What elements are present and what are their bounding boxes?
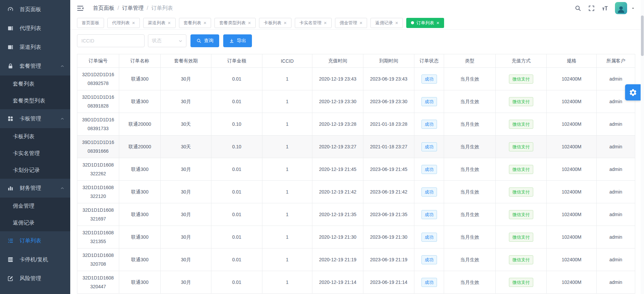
tab-home-panel[interactable]: 首页面板 bbox=[77, 18, 104, 28]
tab-bar: 首页面板 代理列表 × 渠道列表 × 套餐列表 × 套餐类型列表 × 卡板列表 … bbox=[70, 16, 644, 30]
sidebar-item-package-management[interactable]: 套餐管理 bbox=[0, 57, 70, 76]
sidebar-item-agent-list[interactable]: 代理列表 bbox=[0, 19, 70, 38]
close-icon[interactable]: × bbox=[395, 20, 398, 25]
sidebar-item-channel-list[interactable]: 渠道列表 bbox=[0, 38, 70, 57]
tab-card-realname-management[interactable]: 卡实名管理 × bbox=[295, 18, 332, 28]
search-icon[interactable] bbox=[574, 5, 582, 12]
fullscreen-icon[interactable] bbox=[588, 5, 595, 12]
orders-table: 订单编号订单名称套餐有效期订单金额ICCID充值时间到期时间订单状态类型充值方式… bbox=[77, 54, 635, 294]
table-row: 39D1D1D1D16 08391733联通2000030天0.1012020-… bbox=[77, 113, 635, 136]
tab-package-list[interactable]: 套餐列表 × bbox=[179, 18, 211, 28]
close-icon[interactable]: × bbox=[436, 20, 439, 25]
sidebar-subitem-label: 卡板列表 bbox=[13, 133, 34, 140]
cell-status: 成功 bbox=[414, 203, 444, 226]
close-icon[interactable]: × bbox=[248, 20, 251, 25]
cell-text: 联通300 bbox=[131, 76, 148, 82]
sidebar-subitem-rebate-record[interactable]: 返佣记录 bbox=[0, 214, 70, 231]
sidebar-item-risk-management[interactable]: 风险管理 bbox=[0, 269, 70, 288]
cell-customer: admin bbox=[597, 248, 635, 271]
cell-name: 联通300 bbox=[119, 203, 161, 226]
sidebar-item-card-board-management[interactable]: 卡板管理 bbox=[0, 109, 70, 128]
cell-order-no: 32D1D1D1608 322120 bbox=[77, 181, 119, 203]
dashboard-icon bbox=[7, 6, 14, 13]
font-size-icon[interactable] bbox=[601, 5, 609, 12]
sidebar-item-home-panel[interactable]: 首页面板 bbox=[0, 0, 70, 19]
cell-spec: 102400M bbox=[547, 90, 597, 113]
cell-text: 32D1D1D1608 322120 bbox=[82, 185, 114, 199]
tab-order-list[interactable]: 订单列表 × bbox=[406, 18, 444, 28]
cell-status: 成功 bbox=[414, 90, 444, 113]
cell-text: 2023-06-19 21:30 bbox=[370, 234, 408, 240]
scrollbar-thumb[interactable] bbox=[641, 16, 644, 56]
cell-iccid: 1 bbox=[262, 158, 312, 181]
tab-card-board-list[interactable]: 卡板列表 × bbox=[259, 18, 291, 28]
collapse-sidebar-icon[interactable] bbox=[76, 4, 84, 12]
tab-package-type-list[interactable]: 套餐类型列表 × bbox=[214, 18, 256, 28]
cell-text: 联通300 bbox=[131, 257, 148, 262]
cell-text: 1 bbox=[286, 121, 289, 127]
breadcrumb: 首页面板 / 订单管理 / 订单列表 bbox=[93, 5, 173, 12]
sidebar-subitem-commission-management[interactable]: 佣金管理 bbox=[0, 198, 70, 214]
user-avatar[interactable] bbox=[615, 2, 627, 14]
cell-iccid: 1 bbox=[262, 248, 312, 271]
cell-text: 32D1D1D1608 322262 bbox=[82, 162, 114, 176]
cell-recharge-time: 2020-12-19 21:30 bbox=[312, 226, 363, 248]
cell-amount: 0.10 bbox=[211, 113, 262, 136]
cell-amount: 0.10 bbox=[211, 136, 262, 158]
cell-text: admin bbox=[609, 257, 622, 262]
table-row: 39D1D1D1D16 08391666联通2000030天0.1012020-… bbox=[77, 136, 635, 158]
cell-text: 0.01 bbox=[232, 234, 241, 240]
cell-text: 32D1D1D1608 320447 bbox=[82, 275, 114, 289]
cell-text: 联通300 bbox=[131, 189, 148, 195]
breadcrumb-separator: / bbox=[147, 5, 148, 11]
column-header: 规格 bbox=[547, 54, 597, 68]
close-icon[interactable]: × bbox=[324, 20, 327, 25]
query-button[interactable]: 查询 bbox=[190, 34, 219, 47]
close-icon[interactable]: × bbox=[204, 20, 207, 25]
sidebar-subitem-package-list[interactable]: 套餐列表 bbox=[0, 76, 70, 92]
close-icon[interactable]: × bbox=[284, 20, 287, 25]
payment-badge: 微信支付 bbox=[509, 165, 533, 174]
breadcrumb-item[interactable]: 订单管理 bbox=[122, 5, 144, 12]
table-row: 32D1D1D1608 320708联通30030月0.0112020-12-1… bbox=[77, 248, 635, 271]
tab-label: 代理列表 bbox=[112, 20, 130, 26]
chevron-up-icon bbox=[60, 64, 65, 69]
close-icon[interactable]: × bbox=[360, 20, 363, 25]
sidebar-subitem-card-board-list[interactable]: 卡板列表 bbox=[0, 128, 70, 145]
status-select[interactable]: 状态 bbox=[148, 34, 186, 47]
cell-text: admin bbox=[609, 144, 622, 149]
export-button[interactable]: 导出 bbox=[223, 34, 252, 47]
breadcrumb-item[interactable]: 首页面板 bbox=[93, 5, 114, 12]
close-icon[interactable]: × bbox=[168, 20, 171, 25]
sidebar-item-finance-management[interactable]: 财务管理 bbox=[0, 179, 70, 198]
cell-text: admin bbox=[609, 189, 622, 195]
cell-text: 32D1D1D1D16 08391828 bbox=[82, 94, 114, 109]
scrollbar-track[interactable] bbox=[641, 0, 644, 294]
cell-expire-time: 2023-06-19 21:30 bbox=[363, 226, 414, 248]
cell-name: 联通300 bbox=[119, 158, 161, 181]
cell-text: 30月 bbox=[181, 189, 191, 195]
sidebar-item-card-stop-resume[interactable]: 卡停机/复机 bbox=[0, 250, 70, 269]
tab-channel-list[interactable]: 渠道列表 × bbox=[143, 18, 176, 28]
sidebar-item-order-list[interactable]: 订单列表 bbox=[0, 231, 70, 250]
cell-text: 当月生效 bbox=[460, 257, 479, 262]
tab-rebate-record[interactable]: 返佣记录 × bbox=[370, 18, 403, 28]
payment-badge: 微信支付 bbox=[509, 142, 533, 151]
sidebar-subitem-card-realname-management[interactable]: 卡实名管理 bbox=[0, 145, 70, 162]
cell-status: 成功 bbox=[414, 136, 444, 158]
cell-order-no: 39D1D1D1D16 08391733 bbox=[77, 113, 119, 136]
lock-icon bbox=[7, 63, 14, 69]
sidebar-subitem-card-division-record[interactable]: 卡划分记录 bbox=[0, 162, 70, 179]
cell-name: 联通300 bbox=[119, 248, 161, 271]
cell-type: 当月生效 bbox=[444, 136, 496, 158]
cell-status: 成功 bbox=[414, 248, 444, 271]
tab-commission-management[interactable]: 佣金管理 × bbox=[335, 18, 367, 28]
chevron-up-icon bbox=[60, 186, 65, 191]
settings-fab[interactable] bbox=[625, 84, 641, 100]
sidebar-subitem-package-type-list[interactable]: 套餐类型列表 bbox=[0, 92, 70, 109]
iccid-input[interactable] bbox=[77, 34, 145, 47]
tab-agent-list[interactable]: 代理列表 × bbox=[107, 18, 140, 28]
cell-text: 联通300 bbox=[131, 234, 148, 240]
chevron-down-icon[interactable] bbox=[631, 6, 635, 10]
close-icon[interactable]: × bbox=[132, 20, 135, 25]
